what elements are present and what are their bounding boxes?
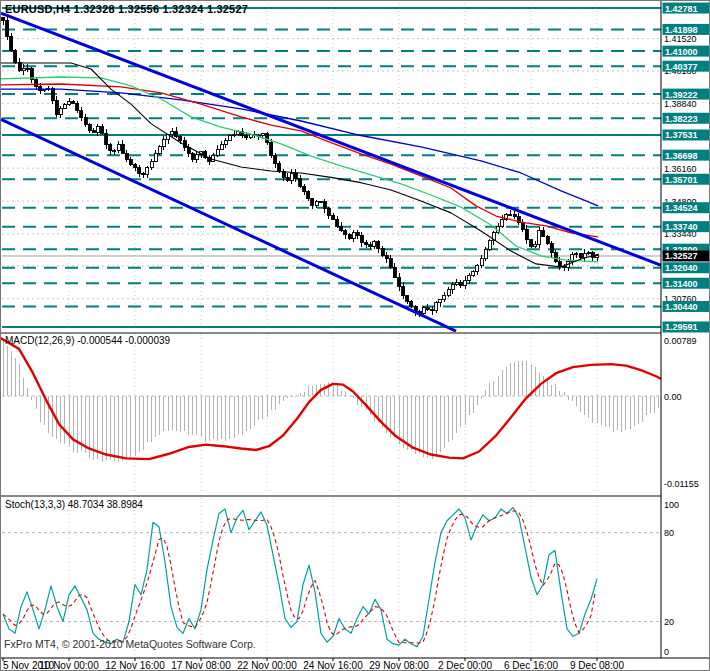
price-level-badge: 1.38223 (665, 114, 698, 124)
price-level-badge: 1.34524 (665, 203, 698, 213)
candles-series (2, 16, 599, 317)
candle-body (146, 168, 149, 174)
candle-body (315, 201, 318, 205)
candle-body (509, 214, 512, 215)
candle-body (534, 244, 537, 246)
stochastic-panel[interactable] (1, 495, 710, 657)
candle-body (530, 240, 533, 247)
candle-body (55, 101, 58, 115)
candle-body (290, 173, 293, 180)
candle-body (587, 253, 590, 254)
candle-body (323, 202, 326, 209)
candle-body (270, 142, 273, 155)
candle-body (476, 265, 479, 271)
candle-body (596, 256, 599, 257)
mt4-chart-window: 1.415201.401801.388401.361601.348001.334… (0, 0, 710, 671)
candle-body (261, 134, 264, 136)
candle-body (303, 186, 306, 192)
candle-body (121, 144, 124, 153)
candle-body (348, 235, 351, 239)
candle-body (191, 153, 194, 159)
macd-histogram (3, 340, 696, 462)
candle-body (63, 105, 66, 108)
candle-body (142, 174, 145, 175)
candle-body (125, 153, 128, 160)
macd-scale-label: 0.00 (664, 392, 682, 402)
time-label: 10 Nov 00:00 (39, 660, 99, 671)
candle-body (80, 111, 83, 118)
price-level-badge: 1.40377 (665, 62, 698, 72)
price-level-badge: 1.33740 (665, 222, 698, 232)
candle-body (385, 256, 388, 259)
macd-scale-label: 0.00789 (664, 336, 697, 346)
time-axis[interactable]: 5 Nov 201010 Nov 00:0012 Nov 16:0017 Nov… (1, 658, 710, 671)
candle-body (129, 160, 132, 165)
candle-body (550, 244, 553, 253)
candle-body (398, 277, 401, 286)
candle-body (233, 134, 236, 135)
candle-body (439, 300, 442, 303)
candle-body (68, 102, 71, 105)
candle-body (406, 296, 409, 302)
candle-body (88, 124, 91, 131)
candle-body (455, 283, 458, 285)
candle-body (340, 226, 343, 230)
price-level-badge: 1.32040 (665, 263, 698, 273)
candle-body (410, 301, 413, 306)
candle-body (158, 147, 161, 154)
price-level-badge: 1.31400 (665, 279, 698, 289)
candle-body (558, 262, 561, 266)
stoch-scale-label: 100 (664, 500, 679, 510)
candle-body (216, 149, 219, 155)
price-level-badge: 1.35701 (665, 175, 698, 185)
price-grid-label: 1.41520 (664, 34, 697, 44)
time-label: 29 Nov 08:00 (369, 660, 429, 671)
price-scale[interactable]: 1.415201.401801.388401.361601.348001.334… (661, 1, 710, 671)
main-price-panel[interactable] (1, 3, 710, 331)
candle-body (212, 155, 215, 161)
candle-body (352, 233, 355, 239)
candle-body (356, 233, 359, 236)
time-label: 22 Nov 00:00 (237, 660, 297, 671)
candle-body (554, 253, 557, 262)
candle-body (480, 259, 483, 266)
candle-body (443, 295, 446, 300)
candle-body (113, 150, 116, 151)
candle-body (538, 231, 541, 245)
candle-body (327, 209, 330, 216)
candle-body (2, 17, 5, 20)
candle-body (35, 79, 38, 87)
candle-body (472, 272, 475, 275)
price-grid-label: 1.38840 (664, 99, 697, 109)
candle-body (138, 168, 141, 174)
candle-body (59, 108, 62, 114)
candle-body (224, 140, 227, 144)
time-label: 17 Nov 08:00 (171, 660, 231, 671)
candle-body (468, 275, 471, 280)
stoch-k-line[interactable] (3, 507, 597, 646)
candle-body (101, 127, 104, 134)
candle-body (84, 118, 87, 125)
candle-body (14, 51, 17, 63)
candle-body (175, 132, 178, 137)
chart-canvas[interactable]: 1.415201.401801.388401.361601.348001.334… (1, 1, 710, 671)
stoch-scale-label: 20 (664, 617, 674, 627)
candle-body (525, 229, 528, 240)
candle-body (484, 249, 487, 259)
candle-body (18, 63, 21, 71)
candle-body (546, 236, 549, 244)
candle-body (154, 154, 157, 162)
candle-body (96, 127, 99, 132)
candle-body (22, 68, 25, 71)
candle-body (162, 140, 165, 147)
ma-blue[interactable] (1, 89, 598, 206)
candle-body (311, 199, 314, 205)
channel-upper[interactable] (1, 13, 710, 284)
price-level-badge: 1.29591 (665, 322, 698, 332)
macd-panel[interactable] (1, 332, 710, 493)
candle-body (513, 214, 516, 217)
time-label: 6 Dec 16:00 (504, 660, 558, 671)
candle-body (220, 144, 223, 149)
stoch-d-line[interactable] (3, 511, 595, 643)
candle-body (286, 178, 289, 181)
